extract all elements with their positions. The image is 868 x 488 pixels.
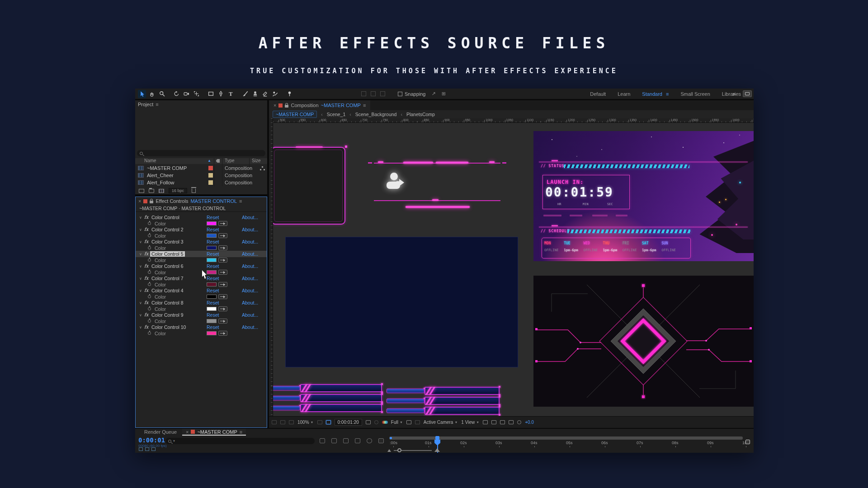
effect-group[interactable]: ∨fxColor Control 6ResetAbout...Color — [136, 263, 267, 275]
column-name[interactable]: Name — [144, 158, 156, 163]
region-of-interest-icon[interactable] — [326, 420, 331, 424]
effect-about-link[interactable]: About... — [242, 215, 258, 220]
effect-name[interactable]: Color Control 8 — [151, 300, 184, 305]
work-area-start-handle[interactable] — [390, 437, 392, 439]
effect-name[interactable]: Color Control — [151, 215, 179, 220]
glasses-icon[interactable] — [289, 420, 294, 424]
effect-property-row[interactable]: Color — [136, 221, 267, 227]
label-color-swatch[interactable] — [208, 166, 213, 170]
stopwatch-icon[interactable] — [148, 332, 151, 335]
collapse-icon[interactable]: ∨ — [139, 301, 142, 305]
collapse-icon[interactable]: ∨ — [139, 252, 142, 256]
timeline-button-icon[interactable] — [500, 420, 505, 424]
timeline-comp-tab[interactable]: × ~MASTER COMP ≡ — [182, 429, 246, 436]
panel-menu-icon[interactable]: ≡ — [363, 103, 366, 108]
workspace-menu-icon[interactable]: ≡ — [666, 91, 669, 97]
effect-name[interactable]: Color Control 4 — [151, 288, 184, 293]
effect-name[interactable]: Color Control 6 — [151, 263, 184, 269]
effect-header-row[interactable]: ∨fxColor Control 4ResetAbout... — [136, 287, 267, 294]
breadcrumb-item[interactable]: Scene_Background — [355, 112, 397, 117]
channels-icon[interactable] — [382, 420, 387, 425]
effect-reset-link[interactable]: Reset — [207, 324, 219, 330]
label-column-icon[interactable] — [216, 159, 220, 163]
column-type[interactable]: Type — [225, 158, 235, 163]
tool-rectangle-icon[interactable] — [207, 90, 215, 98]
tool-clone-stamp-icon[interactable] — [251, 90, 259, 98]
effect-about-link[interactable]: About... — [242, 251, 258, 257]
workspace-overflow-button[interactable]: » — [732, 91, 735, 97]
edit-value-icon[interactable] — [218, 282, 227, 287]
effect-name[interactable]: Color Control 2 — [151, 227, 184, 232]
tool-puppet-pin-icon[interactable] — [285, 90, 293, 98]
tool-camera-icon[interactable] — [182, 90, 190, 98]
collapse-icon[interactable]: ∨ — [139, 289, 142, 293]
collapse-icon[interactable]: ∨ — [139, 264, 142, 268]
project-search-field[interactable] — [137, 150, 265, 156]
effect-header-row[interactable]: ∨fxColor Control 6ResetAbout... — [136, 263, 267, 269]
viewer-timecode[interactable]: 0:00:01:20 — [335, 419, 362, 426]
color-swatch[interactable] — [207, 258, 217, 262]
panel-menu-icon[interactable]: ≡ — [240, 429, 242, 435]
stopwatch-icon[interactable] — [148, 271, 151, 274]
delete-icon[interactable] — [192, 188, 196, 193]
edit-value-icon[interactable] — [218, 294, 227, 299]
interpret-footage-icon[interactable] — [139, 189, 144, 193]
stopwatch-icon[interactable] — [148, 319, 151, 323]
sort-ascending-icon[interactable]: ▲ — [208, 159, 211, 163]
tool-roto-brush-icon[interactable] — [271, 90, 279, 98]
collapse-icon[interactable]: ∨ — [139, 277, 142, 281]
edit-value-icon[interactable] — [218, 258, 227, 263]
effect-reset-link[interactable]: Reset — [207, 215, 219, 220]
project-bit-depth[interactable]: 16 bpc — [169, 188, 187, 193]
effect-property-row[interactable]: Color — [136, 318, 267, 324]
effect-header-row[interactable]: ∨fxColor Control 3ResetAbout... — [136, 239, 267, 245]
edit-value-icon[interactable] — [218, 245, 227, 250]
effect-header-row[interactable]: ∨fxColor Control 10ResetAbout... — [136, 324, 267, 330]
effect-reset-link[interactable]: Reset — [207, 300, 219, 305]
color-swatch[interactable] — [207, 270, 217, 274]
effect-property-row[interactable]: Color — [136, 233, 267, 239]
effect-reset-link[interactable]: Reset — [207, 239, 219, 244]
stopwatch-icon[interactable] — [148, 222, 151, 225]
color-swatch[interactable] — [207, 319, 217, 323]
stopwatch-icon[interactable] — [148, 295, 151, 298]
project-row[interactable]: ~MASTER COMPComposition — [135, 164, 267, 172]
effect-header-row[interactable]: ∨fxColor Control 9ResetAbout... — [136, 312, 267, 318]
effect-name[interactable]: Color Control 7 — [151, 276, 184, 281]
effect-reset-link[interactable]: Reset — [207, 251, 219, 257]
resize-arrow-icon[interactable]: ↗ — [432, 91, 436, 97]
expand-transfer-controls-icon[interactable] — [145, 447, 149, 451]
timeline-scrollbar[interactable] — [389, 436, 743, 440]
stopwatch-icon[interactable] — [148, 234, 151, 237]
project-row[interactable]: Alert_CheerComposition — [135, 172, 267, 179]
collapse-icon[interactable]: ∨ — [139, 216, 142, 220]
fast-previews-icon[interactable] — [491, 420, 496, 424]
resolution-dropdown[interactable]: Full ▼ — [391, 420, 403, 425]
comp-marker-bin-icon[interactable] — [745, 440, 750, 444]
close-tab-icon[interactable]: × — [186, 429, 189, 435]
stopwatch-icon[interactable] — [148, 258, 151, 262]
pixel-aspect-icon[interactable] — [483, 420, 488, 424]
tool-zoom-icon[interactable] — [158, 90, 166, 98]
workspace-tab-small-screen[interactable]: Small Screen — [680, 91, 710, 97]
effect-about-link[interactable]: About... — [242, 300, 258, 305]
color-swatch[interactable] — [207, 282, 217, 286]
effect-reset-link[interactable]: Reset — [207, 227, 219, 232]
effect-property-row[interactable]: Color — [136, 306, 267, 312]
tool-hand-icon[interactable] — [148, 90, 156, 98]
effect-about-link[interactable]: About... — [242, 227, 258, 232]
new-composition-icon[interactable] — [159, 189, 164, 193]
magnification-icon[interactable] — [272, 420, 277, 424]
effect-header-row[interactable]: ∨fxColor Control 2ResetAbout... — [136, 226, 267, 233]
effect-header-row[interactable]: ∨fxColor Control 5ResetAbout... — [136, 251, 267, 257]
effect-reset-link[interactable]: Reset — [207, 276, 219, 281]
effect-name[interactable]: Color Control 5 — [150, 251, 185, 257]
color-swatch[interactable] — [207, 234, 217, 238]
edit-value-icon[interactable] — [218, 319, 227, 324]
snapshot-camera-icon[interactable] — [366, 420, 371, 424]
zoom-dropdown[interactable]: 100% ▼ — [297, 420, 314, 425]
effect-property-row[interactable]: Color — [136, 257, 267, 263]
effect-group[interactable]: ∨fxColor Control 2ResetAbout...Color — [136, 226, 267, 239]
monitor-icon[interactable] — [280, 420, 285, 424]
workspace-tab-libraries[interactable]: Libraries — [722, 91, 741, 97]
